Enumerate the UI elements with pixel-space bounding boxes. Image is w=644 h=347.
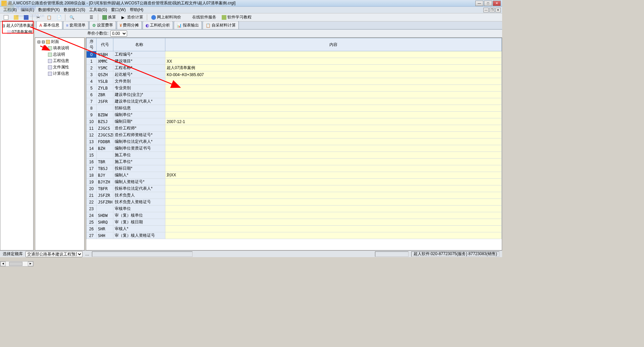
table-row[interactable]: 26 SHR 审核人* bbox=[87, 226, 502, 232]
cell-code[interactable]: QSZH bbox=[97, 71, 113, 78]
table-row[interactable]: 20 TBFR 投标单位法定代表人* bbox=[87, 185, 502, 192]
cell-code[interactable]: TBR bbox=[97, 159, 113, 165]
cell-code[interactable]: XMMC bbox=[97, 58, 113, 65]
tab-0[interactable]: A基本信息 bbox=[36, 21, 62, 29]
cell-code[interactable]: JSFR bbox=[97, 98, 113, 105]
cell-code[interactable]: FDDBR bbox=[97, 138, 113, 145]
cell-code[interactable]: JSFZRH bbox=[97, 199, 113, 206]
cell-name[interactable]: 编制单位法定代表人* bbox=[113, 138, 165, 145]
decimal-select[interactable]: 0.00 bbox=[110, 31, 127, 37]
cell-name[interactable]: 审核人* bbox=[113, 226, 165, 232]
cell-code[interactable]: BZH bbox=[97, 145, 113, 152]
cell-name[interactable]: 建设单位(业主)* bbox=[113, 92, 165, 98]
col-header-3[interactable]: 内容 bbox=[165, 38, 502, 51]
cell-content[interactable] bbox=[165, 92, 502, 98]
cell-content[interactable]: 超人07清单案例 bbox=[165, 65, 502, 71]
col-header-0[interactable]: 序号 bbox=[87, 38, 97, 51]
toolbar-save[interactable] bbox=[21, 14, 31, 21]
mdi-minimize[interactable]: — bbox=[483, 8, 489, 12]
section-node-1[interactable]: 填表说明 bbox=[36, 45, 84, 51]
table-row[interactable]: 15 施工单位 bbox=[87, 152, 502, 159]
cell-content[interactable] bbox=[165, 206, 502, 212]
cell-name[interactable]: 工程名称* bbox=[113, 65, 165, 71]
cell-code[interactable]: SHH bbox=[97, 232, 113, 239]
toolbar-calc[interactable]: 换算 bbox=[100, 13, 118, 21]
cell-content[interactable]: 2007-12-1 bbox=[165, 118, 502, 125]
cell-code[interactable]: TBSJ bbox=[97, 165, 113, 172]
cell-name[interactable]: 技术负责人 bbox=[113, 192, 165, 199]
cell-code[interactable]: ZJGCSZH bbox=[97, 132, 113, 138]
table-row[interactable]: 9 BZDW 编制单位* bbox=[87, 112, 502, 118]
cell-code[interactable]: ZBR bbox=[97, 92, 113, 98]
section-node-4[interactable]: 文件属性 bbox=[36, 64, 84, 70]
cell-content[interactable] bbox=[165, 112, 502, 118]
toolbar-copy[interactable]: 📋 bbox=[44, 14, 54, 21]
table-row[interactable]: 5 ZYLB 专业类别 bbox=[87, 85, 502, 92]
cell-content[interactable] bbox=[165, 226, 502, 232]
menu-toolbox[interactable]: 工具箱(G) bbox=[87, 6, 109, 13]
cell-content[interactable] bbox=[165, 105, 502, 112]
table-row[interactable]: 21 JSFZR 技术负责人 bbox=[87, 192, 502, 199]
tab-1[interactable]: ≡套用清单 bbox=[63, 21, 89, 29]
menu-data-interface[interactable]: 数据接口(S) bbox=[62, 6, 87, 13]
cell-code[interactable]: BZSJ bbox=[97, 118, 113, 125]
cell-name[interactable]: 起讫桩号* bbox=[113, 71, 165, 78]
table-row[interactable]: 13 FDDBR 编制单位法定代表人* bbox=[87, 138, 502, 145]
cell-name[interactable]: 审核单位 bbox=[113, 206, 165, 212]
cell-code[interactable]: TBFR bbox=[97, 185, 113, 192]
cell-name[interactable]: 编制单位资质证书号 bbox=[113, 145, 165, 152]
section-node-3[interactable]: 工程信息 bbox=[36, 58, 84, 64]
toolbar-open[interactable] bbox=[11, 14, 21, 21]
cell-content[interactable] bbox=[165, 125, 502, 132]
menu-edit[interactable]: 编辑(E) bbox=[19, 6, 36, 13]
cell-name[interactable]: 编制日期* bbox=[113, 118, 165, 125]
tab-2[interactable]: ⚙设置费率 bbox=[89, 21, 116, 29]
cell-name[interactable]: 专业类别 bbox=[113, 85, 165, 92]
menu-window[interactable]: 窗口(W) bbox=[109, 6, 127, 13]
cell-code[interactable] bbox=[97, 105, 113, 112]
section-node-5[interactable]: 计算信息 bbox=[36, 70, 84, 77]
table-row[interactable]: 24 SHDW 审（复）核单位 bbox=[87, 212, 502, 219]
section-node-2[interactable]: 总说明 bbox=[36, 51, 84, 58]
toolbar-cost-calc[interactable]: ▶造价计算 bbox=[119, 13, 146, 21]
toolbar-online-price[interactable]: 网上材料询价 bbox=[149, 13, 183, 21]
mdi-close[interactable]: ✕ bbox=[495, 8, 501, 12]
cell-content[interactable] bbox=[165, 219, 502, 226]
tab-5[interactable]: 📊报表输出 bbox=[174, 21, 202, 29]
cell-name[interactable]: 施工单位 bbox=[113, 152, 165, 159]
cell-content[interactable]: K0-004~K0+385.607 bbox=[165, 71, 502, 78]
menu-help[interactable]: 帮助(H) bbox=[128, 6, 146, 13]
table-row[interactable]: 8 招标信息 bbox=[87, 105, 502, 112]
cell-content[interactable] bbox=[165, 51, 502, 58]
toolbar-paste[interactable]: 📄 bbox=[54, 14, 64, 21]
table-row[interactable]: 14 BZH 编制单位资质证书号 bbox=[87, 145, 502, 152]
minimize-button[interactable]: — bbox=[475, 1, 483, 6]
table-row[interactable]: 10 BZSJ 编制日期* 2007-12-1 bbox=[87, 118, 502, 125]
cell-name[interactable]: 审（复）核单位 bbox=[113, 212, 165, 219]
cell-name[interactable]: 施工单位* bbox=[113, 159, 165, 165]
col-header-1[interactable]: 代号 bbox=[97, 38, 113, 51]
cell-name[interactable]: 投标单位法定代表人* bbox=[113, 185, 165, 192]
quota-select[interactable]: 交通部公路基本建设工程预算定额1996 bbox=[25, 251, 83, 257]
cell-name[interactable]: 编制人资格证号* bbox=[113, 179, 165, 185]
cell-name[interactable]: 审（复）核日期 bbox=[113, 219, 165, 226]
cell-code[interactable]: BJYZH bbox=[97, 179, 113, 185]
table-row[interactable]: 2 YSMC 工程名称* 超人07清单案例 bbox=[87, 65, 502, 71]
tree-child[interactable]: 07清单案例 bbox=[1, 29, 33, 35]
tab-6[interactable]: 📋自采材料计算 bbox=[203, 21, 239, 29]
toolbar-find[interactable]: 🔍 bbox=[67, 14, 76, 21]
cell-code[interactable] bbox=[97, 206, 113, 212]
toolbar-list[interactable]: ☰ bbox=[87, 14, 97, 21]
close-button[interactable]: ✕ bbox=[493, 1, 501, 6]
cell-content[interactable] bbox=[165, 78, 502, 85]
cell-name[interactable]: 造价工程师* bbox=[113, 125, 165, 132]
table-row[interactable]: 6 ZBR 建设单位(业主)* bbox=[87, 92, 502, 98]
cell-code[interactable]: YSLB bbox=[97, 78, 113, 85]
cell-code[interactable]: BJY bbox=[97, 172, 113, 179]
cell-name[interactable]: 技术负责人资格证号 bbox=[113, 199, 165, 206]
table-row[interactable]: 22 JSFZRH 技术负责人资格证号 bbox=[87, 199, 502, 206]
cell-name[interactable]: 工程编号* bbox=[113, 51, 165, 58]
cell-name[interactable]: 建设项目* bbox=[113, 58, 165, 65]
table-row[interactable]: 0 YSBH 工程编号* bbox=[87, 51, 502, 58]
tree-root[interactable]: ⊟ 超人07清单案例 bbox=[1, 22, 33, 29]
